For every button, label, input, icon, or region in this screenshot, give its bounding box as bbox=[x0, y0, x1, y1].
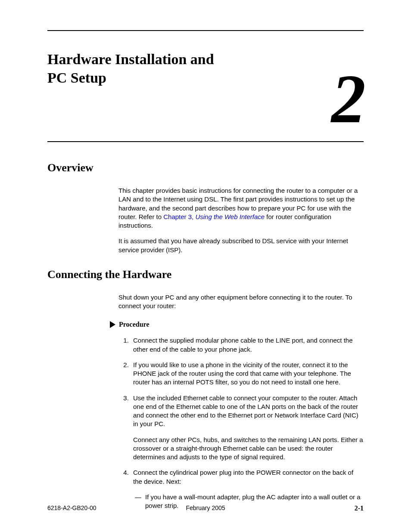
chapter-header: Hardware Installation and PC Setup 2 bbox=[47, 50, 364, 128]
procedure-step-2: If you would like to use a phone in the … bbox=[131, 361, 364, 387]
step-3-sub: Connect any other PCs, hubs, and switche… bbox=[133, 436, 364, 462]
step-4-text: Connect the cylindrical power plug into … bbox=[133, 469, 353, 485]
procedure-label: Procedure bbox=[119, 321, 149, 328]
overview-body: This chapter provides basic instructions… bbox=[118, 186, 364, 254]
procedure-header: Procedure bbox=[110, 321, 364, 328]
overview-para-2: It is assumed that you have already subs… bbox=[118, 237, 364, 254]
link-chapter-3[interactable]: Chapter 3, bbox=[163, 213, 195, 220]
procedure-step-1: Connect the supplied modular phone cable… bbox=[131, 336, 364, 354]
footer-date: February 2005 bbox=[186, 504, 225, 511]
footer-doc-id: 6218-A2-GB20-00 bbox=[47, 504, 97, 512]
procedure-list: Connect the supplied modular phone cable… bbox=[118, 336, 364, 510]
chapter-title: Hardware Installation and PC Setup bbox=[47, 50, 220, 87]
overview-para-1: This chapter provides basic instructions… bbox=[118, 186, 364, 230]
connecting-intro: Shut down your PC and any other equipmen… bbox=[118, 293, 364, 311]
page-footer: 6218-A2-GB20-00 February 2005 2-1 bbox=[47, 504, 364, 512]
mid-rule bbox=[47, 141, 364, 142]
step-1-text: Connect the supplied modular phone cable… bbox=[133, 337, 353, 353]
section-heading-overview: Overview bbox=[47, 161, 364, 174]
triangle-right-icon bbox=[110, 321, 115, 328]
footer-page-number: 2-1 bbox=[355, 504, 364, 512]
link-using-web-interface[interactable]: Using the Web Interface bbox=[195, 213, 265, 220]
step-3-text: Use the included Ethernet cable to conne… bbox=[133, 394, 358, 428]
step-2-text: If you would like to use a phone in the … bbox=[133, 361, 351, 386]
section-heading-connecting: Connecting the Hardware bbox=[47, 268, 364, 281]
connecting-intro-block: Shut down your PC and any other equipmen… bbox=[118, 293, 364, 311]
chapter-number: 2 bbox=[331, 70, 366, 128]
procedure-step-4: Connect the cylindrical power plug into … bbox=[131, 468, 364, 510]
procedure-step-3: Use the included Ethernet cable to conne… bbox=[131, 394, 364, 462]
top-rule bbox=[47, 30, 364, 31]
